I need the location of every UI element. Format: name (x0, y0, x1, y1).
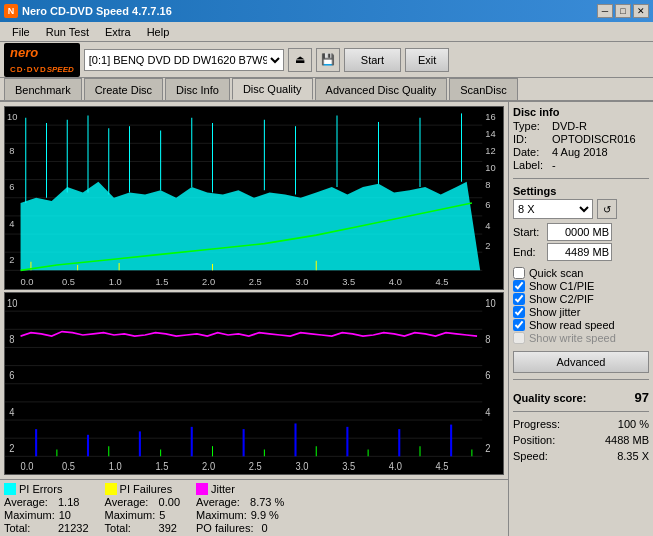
svg-text:14: 14 (485, 128, 495, 139)
pi-errors-avg-row: Average: 1.18 (4, 496, 89, 508)
drive-select[interactable]: [0:1] BENQ DVD DD DW1620 B7W9 (84, 49, 284, 71)
svg-text:1.5: 1.5 (155, 276, 168, 287)
quality-score-label: Quality score: (513, 392, 586, 404)
chart-jitter: 10 8 6 4 2 10 8 6 4 2 (4, 292, 504, 476)
divider-1 (513, 178, 649, 179)
disc-id-label: ID: (513, 133, 548, 145)
show-c2pif-checkbox[interactable] (513, 293, 525, 305)
end-row: End: (513, 243, 649, 261)
quality-score-value: 97 (635, 390, 649, 405)
tab-scan-disc[interactable]: ScanDisc (449, 78, 517, 100)
pi-errors-color (4, 483, 16, 495)
show-write-speed-label: Show write speed (529, 332, 616, 344)
chart2-svg: 10 8 6 4 2 10 8 6 4 2 (5, 293, 503, 475)
po-failures-value: 0 (261, 522, 267, 534)
pi-errors-max-label: Maximum: (4, 509, 55, 521)
progress-value: 100 % (618, 418, 649, 430)
menu-run-test[interactable]: Run Test (38, 24, 97, 40)
pi-errors-max-value: 10 (59, 509, 71, 521)
checkbox-write-speed: Show write speed (513, 332, 649, 344)
pi-failures-color (105, 483, 117, 495)
svg-text:3.0: 3.0 (296, 276, 309, 287)
checkbox-quick-scan: Quick scan (513, 267, 649, 279)
start-input[interactable] (547, 223, 612, 241)
close-button[interactable]: ✕ (633, 4, 649, 18)
svg-text:4: 4 (9, 406, 15, 417)
svg-text:2.0: 2.0 (202, 460, 216, 471)
position-row: Position: 4488 MB (513, 434, 649, 446)
po-failures-label: PO failures: (196, 522, 253, 534)
speed-select[interactable]: 8 X (513, 199, 593, 219)
svg-text:4.5: 4.5 (436, 460, 450, 471)
show-c1pie-label: Show C1/PIE (529, 280, 594, 292)
start-button[interactable]: Start (344, 48, 401, 72)
maximize-button[interactable]: □ (615, 4, 631, 18)
toolbar: nero CD·DVDSPEED [0:1] BENQ DVD DD DW162… (0, 42, 653, 78)
speed-row: 8 X ↺ (513, 199, 649, 219)
speed-value: 8.35 X (617, 450, 649, 462)
tab-create-disc[interactable]: Create Disc (84, 78, 163, 100)
svg-text:12: 12 (485, 145, 495, 156)
divider-3 (513, 411, 649, 412)
quality-score-row: Quality score: 97 (513, 390, 649, 405)
jitter-color (196, 483, 208, 495)
refresh-icon[interactable]: ↺ (597, 199, 617, 219)
end-input[interactable] (547, 243, 612, 261)
menu-extra[interactable]: Extra (97, 24, 139, 40)
chart-area: 10 8 6 4 2 16 14 12 10 8 6 4 2 (0, 102, 508, 479)
tab-benchmark[interactable]: Benchmark (4, 78, 82, 100)
jitter-label: Jitter (211, 483, 235, 495)
checkbox-jitter: Show jitter (513, 306, 649, 318)
menu-bar: File Run Test Extra Help (0, 22, 653, 42)
svg-text:0.5: 0.5 (62, 460, 76, 471)
pi-failures-label: PI Failures (120, 483, 173, 495)
quick-scan-checkbox[interactable] (513, 267, 525, 279)
show-jitter-checkbox[interactable] (513, 306, 525, 318)
svg-text:4: 4 (485, 406, 491, 417)
svg-text:6: 6 (485, 199, 490, 210)
menu-file[interactable]: File (4, 24, 38, 40)
position-label: Position: (513, 434, 555, 446)
show-read-speed-label: Show read speed (529, 319, 615, 331)
svg-text:4.5: 4.5 (436, 276, 449, 287)
show-c1pie-checkbox[interactable] (513, 280, 525, 292)
pi-failures-avg-row: Average: 0.00 (105, 496, 180, 508)
pi-errors-total-label: Total: (4, 522, 54, 534)
svg-text:0.0: 0.0 (21, 460, 35, 471)
pi-failures-total-value: 392 (159, 522, 177, 534)
show-read-speed-checkbox[interactable] (513, 319, 525, 331)
disc-id-row: ID: OPTODISCR016 (513, 133, 649, 145)
jitter-avg-label: Average: (196, 496, 246, 508)
svg-text:8: 8 (9, 145, 14, 156)
quick-scan-label: Quick scan (529, 267, 583, 279)
progress-label: Progress: (513, 418, 560, 430)
pi-errors-avg-value: 1.18 (58, 496, 79, 508)
exit-button[interactable]: Exit (405, 48, 449, 72)
eject-icon[interactable]: ⏏ (288, 48, 312, 72)
svg-text:10: 10 (7, 297, 18, 308)
tab-disc-info[interactable]: Disc Info (165, 78, 230, 100)
end-label: End: (513, 246, 543, 258)
minimize-button[interactable]: ─ (597, 4, 613, 18)
jitter-max-row: Maximum: 9.9 % (196, 509, 284, 521)
svg-text:2.5: 2.5 (249, 460, 263, 471)
pi-failures-max-label: Maximum: (105, 509, 156, 521)
svg-text:2: 2 (9, 254, 14, 265)
legend-jitter: Jitter Average: 8.73 % Maximum: 9.9 % PO… (196, 482, 284, 534)
svg-text:4: 4 (9, 217, 14, 228)
menu-help[interactable]: Help (139, 24, 178, 40)
svg-text:2: 2 (9, 442, 14, 453)
advanced-button[interactable]: Advanced (513, 351, 649, 373)
save-icon[interactable]: 💾 (316, 48, 340, 72)
tab-advanced-disc-quality[interactable]: Advanced Disc Quality (315, 78, 448, 100)
svg-text:4.0: 4.0 (389, 460, 403, 471)
tab-disc-quality[interactable]: Disc Quality (232, 78, 313, 100)
svg-text:2: 2 (485, 442, 490, 453)
svg-text:4: 4 (485, 220, 490, 231)
chart-pi-errors: 10 8 6 4 2 16 14 12 10 8 6 4 2 (4, 106, 504, 290)
disc-label-row: Label: - (513, 159, 649, 171)
title-bar-text: N Nero CD-DVD Speed 4.7.7.16 (4, 4, 172, 18)
svg-text:16: 16 (485, 111, 495, 122)
svg-text:8: 8 (9, 333, 14, 344)
svg-text:1.0: 1.0 (109, 460, 123, 471)
